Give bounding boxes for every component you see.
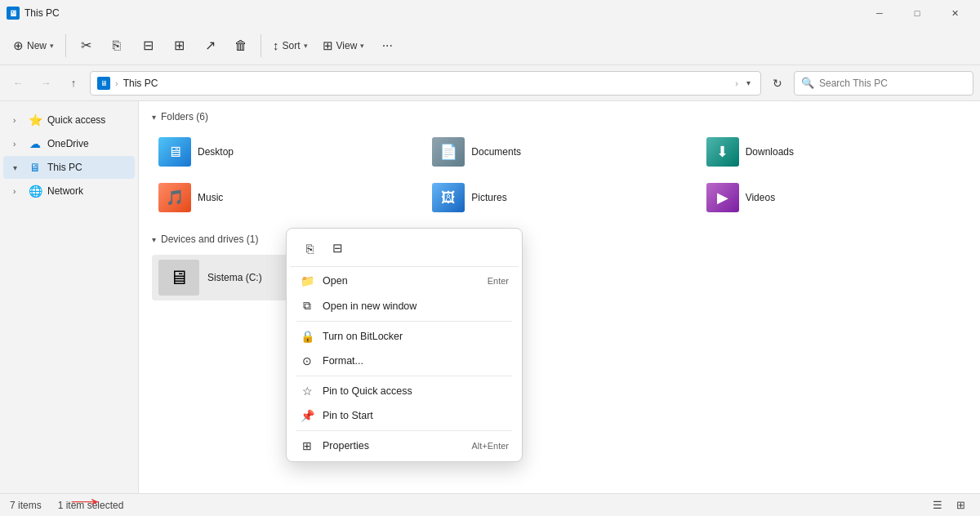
sidebar-item-quick-access[interactable]: › ⭐ Quick access (3, 109, 135, 131)
rename-button[interactable]: ⊞ (164, 31, 194, 60)
content-area: ▾ Folders (6) 🖥 Desktop 📄 Documents ⬇ Do… (139, 101, 980, 493)
new-label: New (27, 40, 47, 51)
quick-access-label: Quick access (47, 114, 105, 126)
up-button[interactable]: ↑ (62, 72, 85, 95)
share-button[interactable]: ↗ (195, 31, 225, 60)
sort-label: Sort (283, 40, 301, 51)
cm-pin-quick-access-icon: ☆ (300, 385, 314, 398)
this-pc-label: This PC (47, 162, 82, 173)
search-input[interactable] (819, 78, 966, 89)
title-bar: 🖥 This PC ─ □ ✕ (0, 0, 980, 26)
sort-icon: ↕ (273, 38, 279, 52)
onedrive-label: OneDrive (47, 138, 89, 149)
delete-button[interactable]: 🗑 (226, 31, 256, 60)
search-bar[interactable]: 🔍 (794, 71, 973, 96)
address-location: This PC (123, 78, 731, 89)
sidebar-item-onedrive[interactable]: › ☁ OneDrive (3, 132, 135, 155)
close-button[interactable]: ✕ (936, 0, 973, 26)
status-bar-right: ☰ ⊞ (928, 496, 970, 515)
cm-paste-icon-btn[interactable]: ⊟ (324, 235, 350, 261)
cm-pin-start[interactable]: 📌 Pin to Start (290, 403, 519, 428)
cm-bitlocker-label: Turn on BitLocker (323, 331, 509, 342)
address-bar[interactable]: 🖥 › This PC › ▾ (90, 71, 761, 96)
address-breadcrumb-sep: › (115, 78, 118, 88)
sidebar-item-network[interactable]: › 🌐 Network (3, 180, 135, 202)
network-label: Network (47, 185, 83, 197)
network-expand-icon: › (13, 187, 23, 196)
main-layout: › ⭐ Quick access › ☁ OneDrive ▾ 🖥 This P… (0, 101, 980, 493)
refresh-button[interactable]: ↻ (766, 72, 789, 95)
quick-access-icon: ⭐ (28, 113, 42, 127)
cm-open[interactable]: 📁 Open Enter (290, 269, 519, 293)
paste-button[interactable]: ⊟ (133, 31, 163, 60)
cm-open-new-window-label: Open in new window (323, 300, 501, 312)
copy-button[interactable]: ⎘ (102, 31, 131, 60)
onedrive-expand-icon: › (13, 140, 23, 149)
nav-bar: ← → ↑ 🖥 › This PC › ▾ ↻ 🔍 (0, 65, 980, 101)
cm-pin-quick-access[interactable]: ☆ Pin to Quick access (290, 379, 519, 403)
more-button[interactable]: ··· (372, 31, 402, 60)
cm-copy-icon-btn[interactable]: ⎘ (296, 235, 323, 261)
cm-open-shortcut: Enter (488, 276, 509, 286)
toolbar: ⊕ New ▾ ✂ ⎘ ⊟ ⊞ ↗ 🗑 ↕ Sort ▾ ⊞ View ▾ ··… (0, 26, 980, 65)
cm-bitlocker[interactable]: 🔒 Turn on BitLocker (290, 324, 519, 349)
minimize-button[interactable]: ─ (861, 0, 898, 26)
search-icon: 🔍 (801, 77, 814, 89)
sidebar-item-this-pc[interactable]: ▾ 🖥 This PC (3, 156, 135, 179)
status-item-count: 7 items (10, 500, 42, 511)
cm-open-new-window-icon: ⧉ (300, 299, 314, 313)
new-button[interactable]: ⊕ New ▾ (7, 31, 60, 60)
back-button[interactable]: ← (7, 72, 29, 95)
sidebar: › ⭐ Quick access › ☁ OneDrive ▾ 🖥 This P… (0, 101, 139, 493)
context-overlay: ⎘ ⊟ 📁 Open Enter ⧉ Open in new window (139, 101, 980, 493)
cm-pin-start-label: Pin to Start (323, 410, 509, 421)
status-grid-view-btn[interactable]: ⊞ (951, 496, 970, 515)
maximize-button[interactable]: □ (898, 0, 936, 26)
context-menu-icon-bar: ⎘ ⊟ (290, 232, 519, 267)
address-end-sep: › (735, 78, 738, 88)
title-bar-controls: ─ □ ✕ (861, 0, 973, 26)
cut-button[interactable]: ✂ (71, 31, 100, 60)
sort-button[interactable]: ↕ Sort ▾ (266, 31, 314, 60)
view-label: View (336, 40, 358, 51)
new-icon: ⊕ (13, 38, 24, 53)
cm-pin-start-icon: 📌 (300, 409, 314, 422)
quick-access-expand-icon: › (13, 116, 23, 125)
new-arrow-icon: ▾ (50, 42, 54, 50)
toolbar-separator-2 (261, 34, 261, 57)
view-arrow-icon: ▾ (360, 42, 364, 50)
window-title: This PC (24, 7, 60, 19)
cm-format-icon: ⊙ (300, 354, 314, 367)
cm-open-icon: 📁 (300, 274, 314, 287)
sort-arrow-icon: ▾ (304, 42, 308, 50)
cm-format-label: Format... (323, 355, 509, 367)
view-button[interactable]: ⊞ View ▾ (316, 31, 372, 60)
address-pc-icon: 🖥 (97, 77, 110, 90)
cm-properties-icon: ⊞ (300, 439, 314, 452)
cm-sep-3 (296, 430, 512, 431)
red-arrow-indicator: → (74, 488, 96, 514)
this-pc-expand-icon: ▾ (13, 163, 23, 172)
cm-properties[interactable]: ⊞ Properties Alt+Enter (290, 434, 519, 458)
status-bar: 7 items 1 item selected → ☰ ⊞ (0, 493, 980, 516)
cm-sep-1 (296, 321, 512, 322)
forward-button[interactable]: → (34, 72, 57, 95)
address-dropdown-icon[interactable]: ▾ (743, 78, 754, 87)
view-icon: ⊞ (323, 38, 333, 53)
context-menu: ⎘ ⊟ 📁 Open Enter ⧉ Open in new window (286, 228, 523, 462)
app-icon: 🖥 (7, 7, 20, 20)
cm-pin-quick-access-label: Pin to Quick access (323, 385, 509, 397)
title-bar-left: 🖥 This PC (7, 7, 60, 20)
this-pc-icon: 🖥 (28, 161, 42, 174)
cm-bitlocker-icon: 🔒 (300, 330, 314, 343)
onedrive-icon: ☁ (28, 137, 42, 150)
cm-properties-shortcut: Alt+Enter (471, 441, 509, 451)
toolbar-separator-1 (65, 34, 66, 57)
cm-format[interactable]: ⊙ Format... (290, 349, 519, 373)
network-icon: 🌐 (28, 185, 42, 198)
cm-open-label: Open (323, 275, 479, 287)
cm-open-new-window[interactable]: ⧉ Open in new window (290, 293, 519, 318)
red-arrow-icon: → (62, 488, 108, 514)
status-list-view-btn[interactable]: ☰ (928, 496, 947, 515)
cm-sep-2 (296, 376, 512, 376)
